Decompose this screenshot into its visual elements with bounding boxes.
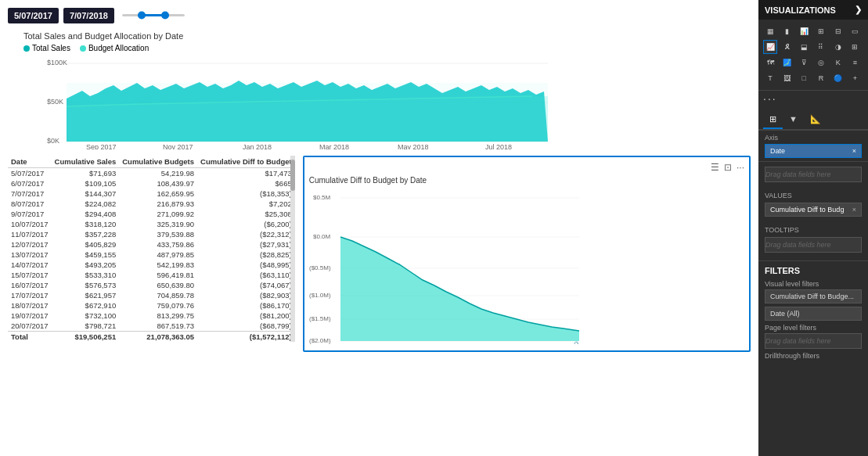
viz-icon-kpi[interactable]: K [831, 56, 845, 70]
viz-icon-card[interactable]: ▭ [848, 24, 862, 38]
table-row: 10/07/2017$318,120325,319.90($6,200) [8, 219, 295, 229]
table-cell: $672,910 [52, 300, 120, 311]
date-start[interactable]: 5/07/2017 [8, 8, 59, 23]
table-cell: 7/07/2017 [8, 189, 52, 199]
values-field-close[interactable]: × [852, 206, 856, 214]
results-table: Date Cumulative Sales Cumulative Budgets… [8, 156, 295, 342]
viz-icons-grid: ▦ ▮ 📊 ⊞ ⊟ ▭ 📈 🎗 ⬓ ⠿ ◑ ⊞ 🗺 🗾 ⊽ ◎ K ≡ T 🖼 … [758, 20, 868, 91]
date-end[interactable]: 7/07/2018 [63, 8, 114, 23]
table-cell: ($74,067) [197, 280, 295, 290]
inner-chart-panel: ☰ ⊡ ··· Cumulative Diff to Budget by Dat… [303, 156, 751, 352]
viz-icon-slicer[interactable]: ≡ [848, 56, 862, 70]
viz-icon-gauge[interactable]: ◎ [814, 56, 828, 70]
viz-icon-more[interactable]: + [848, 71, 862, 85]
viz-panel-chevron[interactable]: ❯ [855, 5, 862, 15]
bottom-section: Date Cumulative Sales Cumulative Budgets… [8, 156, 751, 352]
viz-icon-stacked-bar[interactable]: ▦ [763, 24, 777, 38]
viz-tab-fields[interactable]: ⊞ [763, 111, 783, 129]
table-cell: ($81,200) [197, 311, 295, 321]
main-content: 5/07/2017 7/07/2018 Total Sales and Budg… [0, 0, 758, 456]
legend-budget: Budget Allocation [80, 44, 149, 52]
table-cell: ($68,799) [197, 321, 295, 332]
legend-dot-sales [23, 45, 30, 52]
table-cell: $224,082 [52, 199, 120, 209]
table-cell: $318,120 [52, 219, 120, 229]
table-cell: 16/07/2017 [8, 280, 52, 290]
viz-icon-funnel[interactable]: ⊽ [797, 56, 811, 70]
table-cell: $7,202 [197, 199, 295, 209]
viz-icon-pie[interactable]: ◑ [831, 40, 845, 54]
drag-tooltips-here[interactable]: Drag data fields here [765, 237, 862, 253]
table-row: 19/07/2017$732,100813,299.75($81,200) [8, 311, 295, 321]
viz-icon-map[interactable]: 🗺 [763, 56, 777, 70]
table-cell: $459,155 [52, 250, 120, 260]
table-cell: 20/07/2017 [8, 321, 52, 332]
col-date: Date [8, 156, 52, 168]
viz-icon-custom[interactable]: 🔵 [831, 71, 845, 85]
viz-tabs: ⊞ ▼ 📐 [758, 106, 868, 130]
page-filters-label: Page level filters [765, 324, 862, 332]
svg-text:$0.5M: $0.5M [313, 194, 331, 201]
table-total-cell: ($1,572,112) [197, 332, 295, 343]
svg-text:Mar 2018: Mar 2018 [319, 143, 349, 149]
table-cell: 11/07/2017 [8, 229, 52, 239]
viz-icon-qs[interactable]: R [814, 71, 828, 85]
viz-icon-waterfall[interactable]: ⬓ [797, 40, 811, 54]
table-row: 20/07/2017$798,721867,519.73($68,799) [8, 321, 295, 332]
filter-cum-diff[interactable]: Cumulative Diff to Budge... [765, 289, 862, 303]
viz-icon-line-bar[interactable]: 📊 [797, 24, 811, 38]
drag-area-1: Drag data fields here [758, 162, 868, 190]
table-cell: 487,979.85 [119, 250, 197, 260]
viz-panel-title: VISUALIZATIONS [765, 5, 836, 15]
viz-icon-area[interactable]: 📈 [763, 40, 777, 54]
drag-fields-here-1[interactable]: Drag data fields here [765, 167, 862, 182]
drag-page-filters[interactable]: Drag data fields here [765, 333, 862, 349]
table-cell: $144,307 [52, 189, 120, 199]
table-cell: 108,439.97 [119, 178, 197, 189]
viz-icon-table[interactable]: ⊞ [814, 24, 828, 38]
viz-icon-ribbon[interactable]: 🎗 [780, 40, 794, 54]
table-cell: 704,859.78 [119, 290, 197, 300]
table-row: 14/07/2017$493,205542,199.83($48,995) [8, 260, 295, 270]
table-cell: 433,759.86 [119, 239, 197, 250]
filter-date[interactable]: Date (All) [765, 307, 862, 321]
viz-icon-treemap[interactable]: ⊞ [848, 40, 862, 54]
table-cell: 5/07/2017 [8, 168, 52, 179]
filters-section: FILTERS Visual level filters Cumulative … [758, 260, 868, 366]
table-row: 17/07/2017$621,957704,859.78($82,903) [8, 290, 295, 300]
viz-icon-bar[interactable]: ▮ [780, 24, 794, 38]
viz-tab-filter[interactable]: ▼ [783, 111, 804, 129]
table-cell: 9/07/2017 [8, 209, 52, 219]
table-cell: ($22,312) [197, 229, 295, 239]
inner-chart-title: Cumulative Diff to Budget by Date [309, 176, 744, 185]
axis-value-text: Date [770, 147, 785, 155]
svg-text:($1.0M): ($1.0M) [309, 292, 331, 299]
viz-icon-image[interactable]: 🖼 [780, 71, 794, 85]
table-wrapper: Date Cumulative Sales Cumulative Budgets… [8, 156, 295, 342]
viz-icon-matrix[interactable]: ⊟ [831, 24, 845, 38]
table-row: 12/07/2017$405,829433,759.86($27,931) [8, 239, 295, 250]
viz-tab-analytics[interactable]: 📐 [804, 111, 827, 129]
axis-close-icon[interactable]: × [852, 147, 856, 155]
svg-point-3 [161, 12, 169, 20]
more-icon[interactable]: ··· [737, 162, 744, 173]
svg-text:($2.0M): ($2.0M) [309, 337, 331, 344]
table-cell: 19/07/2017 [8, 311, 52, 321]
table-cell: ($27,931) [197, 239, 295, 250]
table-cell: 542,199.83 [119, 260, 197, 270]
table-cell: 650,639.80 [119, 280, 197, 290]
table-cell: ($86,170) [197, 300, 295, 311]
viz-icon-scatter[interactable]: ⠿ [814, 40, 828, 54]
viz-dots[interactable]: ··· [758, 91, 868, 106]
viz-icon-text[interactable]: T [763, 71, 777, 85]
svg-text:Jul 2018: Jul 2018 [485, 143, 512, 149]
viz-icon-filled-map[interactable]: 🗾 [780, 56, 794, 70]
table-cell: 17/07/2017 [8, 290, 52, 300]
hamburger-icon[interactable]: ☰ [711, 162, 719, 173]
table-cell: $665 [197, 178, 295, 189]
svg-text:$100K: $100K [47, 59, 67, 66]
table-cell: 8/07/2017 [8, 199, 52, 209]
viz-icon-shape[interactable]: □ [797, 71, 811, 85]
expand-icon[interactable]: ⊡ [724, 162, 732, 173]
scroll-bar[interactable] [290, 156, 295, 342]
